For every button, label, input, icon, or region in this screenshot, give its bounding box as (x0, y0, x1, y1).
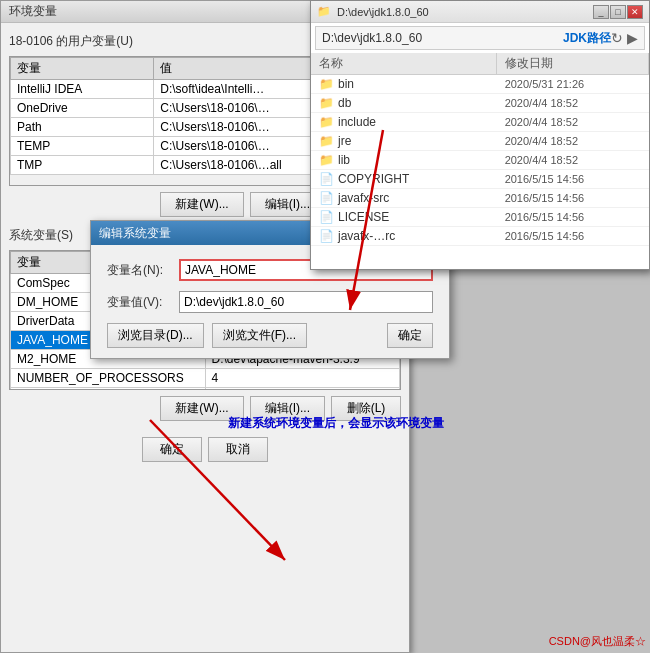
folder-icon: 📁 (319, 153, 334, 167)
env-cancel-btn[interactable]: 取消 (208, 437, 268, 462)
file-name-col: 名称 (311, 53, 497, 75)
explorer-path-text: D:\dev\jdk1.8.0_60 (337, 6, 429, 18)
file-icon: 📄 (319, 229, 334, 243)
file-icon: 📄 (319, 210, 334, 224)
file-name: 📄javafx-…rc (311, 227, 497, 246)
file-date: 2016/5/15 14:56 (497, 170, 649, 189)
file-icon: 📄 (319, 191, 334, 205)
user-var-name: IntelliJ IDEA (11, 80, 154, 99)
file-date: 2016/5/15 14:56 (497, 208, 649, 227)
explorer-address-bar[interactable]: D:\dev\jdk1.8.0_60 JDK路径 ↻ ▶ (315, 26, 645, 50)
edit-dialog-title: 编辑系统变量 (99, 225, 171, 242)
addr-path-text: D:\dev\jdk1.8.0_60 (322, 31, 555, 45)
file-icon: 📄 (319, 172, 334, 186)
file-list-item[interactable]: 📄COPYRIGHT2016/5/15 14:56 (311, 170, 649, 189)
nav-icon[interactable]: ▶ (627, 30, 638, 46)
folder-icon: 📁 (319, 115, 334, 129)
file-list-item[interactable]: 📁bin2020/5/31 21:26 (311, 75, 649, 94)
file-name: 📁db (311, 94, 497, 113)
sys-var-val: Windows_NT (205, 388, 400, 391)
annotation-note: 新建系统环境变量后，会显示该环境变量 (228, 415, 444, 432)
file-name: 📁jre (311, 132, 497, 151)
sys-var-name: NUMBER_OF_PROCESSORS (11, 369, 206, 388)
user-var-name: Path (11, 118, 154, 137)
explorer-title-left: 📁 D:\dev\jdk1.8.0_60 (317, 5, 429, 18)
browse-dir-btn[interactable]: 浏览目录(D)... (107, 323, 204, 348)
explorer-close-btn[interactable]: ✕ (627, 5, 643, 19)
sys-table-row[interactable]: NUMBER_OF_PROCESSORS4 (11, 369, 400, 388)
file-list-item[interactable]: 📄javafx-…rc2016/5/15 14:56 (311, 227, 649, 246)
explorer-maximize-btn[interactable]: □ (610, 5, 626, 19)
explorer-title-btns: _ □ ✕ (593, 5, 643, 19)
file-list-item[interactable]: 📁db2020/4/4 18:52 (311, 94, 649, 113)
refresh-icon[interactable]: ↻ (611, 30, 623, 46)
file-date: 2016/5/15 14:56 (497, 189, 649, 208)
user-col-var: 变量 (11, 58, 154, 80)
file-list-item[interactable]: 📄LICENSE2016/5/15 14:56 (311, 208, 649, 227)
file-date: 2016/5/15 14:56 (497, 227, 649, 246)
file-list-table: 名称 修改日期 📁bin2020/5/31 21:26📁db2020/4/4 1… (311, 53, 649, 246)
user-var-name: TEMP (11, 137, 154, 156)
file-name: 📄javafx-src (311, 189, 497, 208)
file-date-col: 修改日期 (497, 53, 649, 75)
var-value-row: 变量值(V): (107, 291, 433, 313)
file-list-container: 名称 修改日期 📁bin2020/5/31 21:26📁db2020/4/4 1… (311, 53, 649, 251)
file-list-item[interactable]: 📄javafx-src2016/5/15 14:56 (311, 189, 649, 208)
var-value-input[interactable] (179, 291, 433, 313)
var-name-label: 变量名(N): (107, 262, 179, 279)
file-date: 2020/4/4 18:52 (497, 94, 649, 113)
file-list-item[interactable]: 📁jre2020/4/4 18:52 (311, 132, 649, 151)
file-date: 2020/4/4 18:52 (497, 132, 649, 151)
env-bottom-btns: 确定 取消 (9, 437, 401, 462)
env-confirm-btn[interactable]: 确定 (142, 437, 202, 462)
folder-icon: 📁 (319, 77, 334, 91)
csdn-watermark: CSDN@风也温柔☆ (549, 634, 646, 649)
file-name: 📁lib (311, 151, 497, 170)
file-date: 2020/4/4 18:52 (497, 113, 649, 132)
file-name: 📁include (311, 113, 497, 132)
sys-var-val: 4 (205, 369, 400, 388)
user-var-name: OneDrive (11, 99, 154, 118)
file-list-item[interactable]: 📁include2020/4/4 18:52 (311, 113, 649, 132)
dialog-browse-row: 浏览目录(D)... 浏览文件(F)... 确定 (107, 323, 433, 348)
explorer-titlebar: 📁 D:\dev\jdk1.8.0_60 _ □ ✕ (311, 1, 649, 23)
folder-icon: 📁 (319, 96, 334, 110)
browse-file-btn[interactable]: 浏览文件(F)... (212, 323, 307, 348)
file-list-item[interactable]: 📁lib2020/4/4 18:52 (311, 151, 649, 170)
env-title: 环境变量 (9, 3, 57, 20)
sys-table-row[interactable]: OSWindows_NT (11, 388, 400, 391)
file-date: 2020/4/4 18:52 (497, 151, 649, 170)
explorer-window: 📁 D:\dev\jdk1.8.0_60 _ □ ✕ D:\dev\jdk1.8… (310, 0, 650, 270)
explorer-title-text: 📁 (317, 5, 331, 18)
user-new-btn[interactable]: 新建(W)... (160, 192, 243, 217)
folder-icon: 📁 (319, 134, 334, 148)
user-var-name: TMP (11, 156, 154, 175)
file-name: 📄COPYRIGHT (311, 170, 497, 189)
addr-icons: ↻ ▶ (611, 30, 638, 46)
file-name: 📁bin (311, 75, 497, 94)
explorer-minimize-btn[interactable]: _ (593, 5, 609, 19)
sys-var-name: OS (11, 388, 206, 391)
file-name: 📄LICENSE (311, 208, 497, 227)
dialog-confirm-btn[interactable]: 确定 (387, 323, 433, 348)
var-value-label: 变量值(V): (107, 294, 179, 311)
file-date: 2020/5/31 21:26 (497, 75, 649, 94)
addr-label-text: JDK路径 (563, 30, 611, 47)
